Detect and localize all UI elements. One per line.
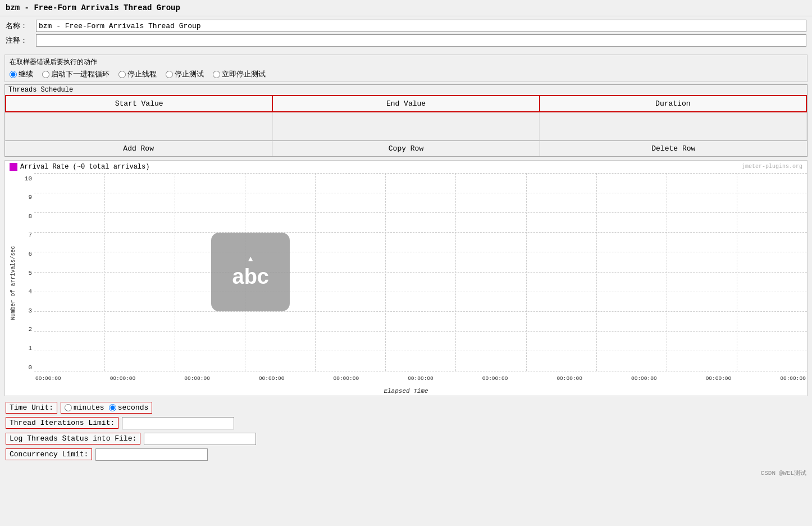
- col-start-value: Start Value: [6, 96, 272, 112]
- v-grid-4: [315, 173, 316, 371]
- grid-line-4: [34, 292, 807, 292]
- time-unit-label: Time Unit:: [6, 402, 57, 414]
- y-tick-10: 10: [7, 175, 32, 182]
- x-tick-3: 00:00:00: [259, 375, 285, 382]
- cell-start: [6, 112, 272, 140]
- chart-canvas: 0 1 2 3 4 5 6 7 8 9 10 Number of arrival…: [5, 173, 807, 387]
- radio-seconds[interactable]: seconds: [109, 403, 149, 412]
- log-threads-row: Log Threads Status into File:: [6, 433, 806, 445]
- thread-iterations-label: Thread Iterations Limit:: [6, 417, 118, 429]
- minutes-label: minutes: [74, 403, 104, 412]
- cell-end: [272, 112, 539, 140]
- y-tick-8: 8: [7, 213, 32, 220]
- window-title: bzm - Free-Form Arrivals Thread Group: [0, 0, 812, 16]
- v-grid-6: [455, 173, 456, 371]
- chart-plot: Number of arrivals/sec: [34, 173, 807, 387]
- comment-input[interactable]: [36, 34, 806, 47]
- footer-text: CSDN @WEL测试: [761, 470, 806, 477]
- thread-iterations-row: Thread Iterations Limit:: [6, 417, 806, 429]
- v-grid-1: [104, 173, 105, 371]
- chart-legend: Arrival Rate (~0 total arrivals): [10, 163, 149, 171]
- v-grid-8: [596, 173, 597, 371]
- v-grid-7: [526, 173, 527, 371]
- threads-schedule-title: Threads Schedule: [5, 85, 807, 95]
- y-tick-7: 7: [7, 232, 32, 238]
- bottom-controls: Time Unit: minutes seconds Thread Iterat…: [0, 400, 812, 466]
- concurrency-limit-row: Concurrency Limit:: [6, 448, 806, 461]
- log-threads-label: Log Threads Status into File:: [6, 433, 140, 445]
- name-input[interactable]: [36, 20, 806, 32]
- time-unit-options: minutes seconds: [61, 402, 152, 414]
- x-tick-2: 00:00:00: [184, 375, 210, 382]
- error-action-title: 在取样器错误后要执行的动作: [10, 57, 802, 67]
- x-axis-labels: 00:00:00 00:00:00 00:00:00 00:00:00 00:0…: [34, 371, 807, 387]
- copy-row-button[interactable]: Copy Row: [272, 141, 540, 156]
- grid-lines: ▲ abc: [34, 173, 807, 371]
- seconds-label: seconds: [118, 403, 149, 412]
- y-tick-2: 2: [7, 326, 32, 333]
- col-duration: Duration: [540, 96, 806, 112]
- log-threads-input[interactable]: [144, 433, 256, 445]
- x-tick-9: 00:00:00: [706, 375, 732, 382]
- v-grid-5: [385, 173, 386, 371]
- tooltip-overlay: ▲ abc: [211, 233, 290, 311]
- y-axis-title: Number of arrivals/sec: [10, 246, 16, 320]
- concurrency-limit-label: Concurrency Limit:: [6, 448, 92, 460]
- radio-stop-test-now[interactable]: 立即停止测试: [213, 69, 266, 79]
- table-row: [6, 112, 806, 140]
- chart-watermark: jmeter-plugins.org: [742, 164, 802, 170]
- grid-line-7: [34, 232, 807, 233]
- x-tick-6: 00:00:00: [482, 375, 508, 382]
- concurrency-limit-input[interactable]: [95, 448, 208, 461]
- v-grid-10: [737, 173, 737, 371]
- add-row-button[interactable]: Add Row: [5, 141, 272, 156]
- time-unit-row: Time Unit: minutes seconds: [6, 402, 806, 414]
- x-tick-7: 00:00:00: [556, 375, 582, 382]
- legend-label: Arrival Rate (~0 total arrivals): [20, 163, 149, 171]
- grid-line-3: [34, 311, 807, 312]
- schedule-table: Start Value End Value Duration: [5, 95, 807, 140]
- x-tick-0: 00:00:00: [35, 375, 61, 382]
- x-tick-1: 00:00:00: [110, 375, 136, 382]
- radio-next-loop[interactable]: 启动下一进程循环: [42, 69, 110, 79]
- grid-line-0: [34, 371, 807, 371]
- cell-duration: [540, 112, 806, 140]
- error-action-group: 在取样器错误后要执行的动作 继续 启动下一进程循环 停止线程 停止测试 立即停止…: [4, 55, 808, 82]
- grid-line-2: [34, 331, 807, 332]
- x-tick-10: 00:00:00: [780, 375, 806, 382]
- col-end-value: End Value: [272, 96, 539, 112]
- v-grid-9: [667, 173, 667, 371]
- y-tick-1: 1: [7, 345, 32, 352]
- chart-header: Arrival Rate (~0 total arrivals) jmeter-…: [5, 161, 807, 173]
- radio-group: 继续 启动下一进程循环 停止线程 停止测试 立即停止测试: [10, 69, 802, 79]
- grid-line-10: [34, 173, 807, 174]
- grid-line-8: [34, 212, 807, 213]
- delete-row-button[interactable]: Delete Row: [540, 141, 807, 156]
- radio-stop-test[interactable]: 停止测试: [166, 69, 204, 79]
- tooltip-up-arrow: ▲: [248, 255, 253, 264]
- x-tick-8: 00:00:00: [631, 375, 657, 382]
- grid-line-9: [34, 193, 807, 193]
- x-axis-title: Elapsed Time: [5, 387, 807, 396]
- grid-line-1: [34, 351, 807, 351]
- tooltip-abc-text: abc: [232, 265, 269, 289]
- y-tick-0: 0: [7, 364, 32, 371]
- radio-minutes[interactable]: minutes: [65, 403, 104, 412]
- chart-area: Arrival Rate (~0 total arrivals) jmeter-…: [4, 160, 808, 396]
- name-label: 名称：: [6, 21, 34, 31]
- v-grid-2: [175, 173, 175, 371]
- legend-color-box: [10, 163, 17, 171]
- schedule-actions: Add Row Copy Row Delete Row: [5, 140, 807, 156]
- footer: CSDN @WEL测试: [0, 466, 812, 479]
- grid-line-6: [34, 252, 807, 252]
- threads-schedule-group: Threads Schedule Start Value End Value D…: [4, 84, 808, 157]
- thread-iterations-input[interactable]: [122, 417, 234, 429]
- comment-label: 注释：: [6, 35, 34, 46]
- radio-stop-thread[interactable]: 停止线程: [118, 69, 157, 79]
- grid-line-5: [34, 272, 807, 273]
- chart-grid-area: ▲ abc: [34, 173, 807, 371]
- x-tick-5: 00:00:00: [408, 375, 434, 382]
- y-tick-9: 9: [7, 194, 32, 201]
- x-tick-4: 00:00:00: [334, 375, 359, 382]
- radio-continue[interactable]: 继续: [10, 69, 33, 79]
